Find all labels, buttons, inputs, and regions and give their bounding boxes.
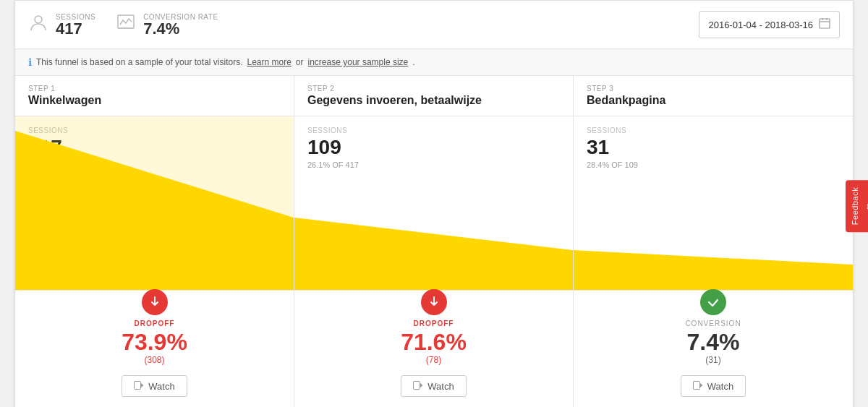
funnel-shape-2 (294, 116, 573, 290)
dropoff-pct-2: 71.6% (401, 330, 467, 354)
svg-marker-8 (294, 218, 573, 290)
conversion-value: 7.4% (143, 21, 218, 37)
video-icon-3 (693, 380, 703, 392)
svg-rect-2 (820, 19, 830, 28)
watch-label-2: Watch (427, 381, 454, 392)
conversion-count-3: (31) (705, 355, 720, 365)
step-1-label: STEP 1 (28, 85, 281, 93)
watch-button-3[interactable]: Watch (681, 375, 746, 397)
svg-rect-10 (135, 382, 141, 390)
step-3-header: STEP 3 Bedankpagina (574, 76, 853, 116)
feedback-tab[interactable]: Feedback ✉ (846, 180, 868, 232)
sessions-icon (28, 13, 48, 36)
step-2-header: STEP 2 Gegevens invoeren, betaalwijze (294, 76, 574, 116)
watch-label-3: Watch (707, 381, 733, 392)
sessions-metric: SESSIONS 417 (28, 13, 95, 37)
watch-button-2[interactable]: Watch (401, 375, 466, 397)
sessions-value: 417 (56, 21, 95, 37)
funnel-shape-1 (15, 116, 294, 290)
step-1-header: STEP 1 Winkelwagen (15, 76, 294, 116)
dropoff-icon-2 (421, 289, 447, 315)
svg-marker-9 (574, 250, 853, 290)
conversion-metric: CONVERSION RATE 7.4% (116, 13, 218, 37)
bottom-metrics: DROPOFF 73.9% (308) Watch DROPOFF 71.6% … (15, 290, 853, 407)
calendar-icon (819, 17, 830, 32)
date-range-text: 2016-01-04 - 2018-03-16 (708, 20, 813, 30)
bottom-cell-2: DROPOFF 71.6% (78) Watch (294, 291, 574, 407)
step-3-title: Bedankpagina (587, 94, 840, 107)
step-2-label: STEP 2 (307, 85, 560, 93)
dropoff-count-1: (308) (144, 355, 164, 365)
info-or: or (296, 57, 304, 67)
watch-label-1: Watch (148, 381, 174, 392)
svg-rect-12 (414, 382, 420, 390)
step-2-title: Gegevens invoeren, betaalwijze (307, 94, 560, 107)
conversion-pct-3: 7.4% (687, 330, 740, 354)
dropoff-pct-1: 73.9% (122, 330, 187, 354)
dropoff-label-2: DROPOFF (414, 320, 454, 327)
dropoff-count-2: (78) (426, 355, 441, 365)
svg-marker-13 (420, 383, 423, 387)
svg-marker-11 (141, 383, 144, 387)
funnel-chart: SESSIONS 417 SESSIONS 109 26.1% OF 417 S… (15, 116, 853, 290)
feedback-label: Feedback (851, 187, 859, 225)
conversion-label-3: CONVERSION (685, 320, 741, 327)
conversion-icon-3 (700, 289, 726, 315)
watch-button-1[interactable]: Watch (122, 375, 187, 397)
increase-sample-link[interactable]: increase your sample size (308, 57, 409, 67)
learn-more-link[interactable]: Learn more (247, 57, 291, 67)
video-icon-1 (134, 380, 144, 392)
dropoff-label-1: DROPOFF (135, 320, 175, 327)
conversion-text: CONVERSION RATE 7.4% (143, 13, 218, 37)
conversion-icon (116, 13, 136, 36)
svg-marker-15 (700, 383, 703, 387)
video-icon-2 (413, 380, 423, 392)
step-1-title: Winkelwagen (28, 94, 281, 107)
sessions-text: SESSIONS 417 (56, 13, 95, 37)
funnel-shape-3 (574, 116, 853, 290)
funnel-col-2: SESSIONS 109 26.1% OF 417 (294, 116, 574, 290)
info-bar: ℹ This funnel is based on a sample of yo… (15, 49, 853, 76)
bottom-cell-1: DROPOFF 73.9% (308) Watch (15, 291, 294, 407)
steps-header: STEP 1 Winkelwagen STEP 2 Gegevens invoe… (15, 76, 853, 116)
header-bar: SESSIONS 417 CONVERSION RATE 7. (15, 1, 853, 49)
svg-point-0 (35, 16, 42, 23)
feedback-mail-icon: ✉ (865, 200, 868, 212)
funnel-col-1: SESSIONS 417 (15, 116, 294, 290)
dropoff-icon-1 (142, 289, 168, 315)
header-metrics: SESSIONS 417 CONVERSION RATE 7. (28, 13, 218, 37)
svg-rect-14 (693, 382, 699, 390)
info-period: . (412, 57, 414, 67)
step-3-label: STEP 3 (587, 85, 840, 93)
bottom-cell-3: CONVERSION 7.4% (31) Watch (574, 291, 853, 407)
funnel-col-3: SESSIONS 31 28.4% OF 109 (574, 116, 853, 290)
date-range-button[interactable]: 2016-01-04 - 2018-03-16 (699, 11, 840, 38)
info-icon: ℹ (28, 56, 32, 68)
info-text-start: This funnel is based on a sample of your… (36, 57, 242, 67)
